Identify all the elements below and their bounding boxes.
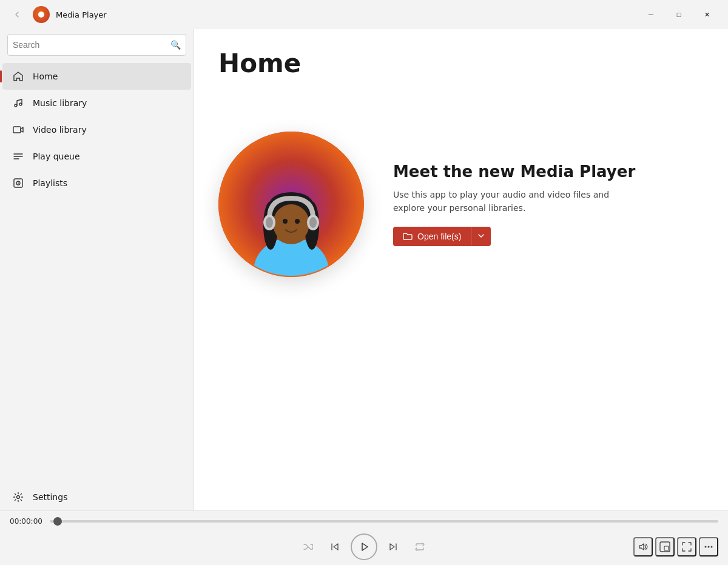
- sidebar-label-playlists: Playlists: [33, 178, 67, 188]
- fullscreen-button[interactable]: [677, 537, 696, 557]
- progress-thumb[interactable]: [53, 517, 62, 526]
- close-button[interactable]: ✕: [693, 5, 721, 24]
- title-bar: Media Player ─ □ ✕: [0, 0, 728, 29]
- svg-point-0: [15, 104, 17, 107]
- svg-point-1: [19, 103, 22, 105]
- current-time: 00:00:00: [10, 517, 42, 526]
- search-box[interactable]: 🔍: [7, 34, 186, 56]
- previous-button[interactable]: [324, 536, 346, 558]
- music-icon: [12, 97, 24, 109]
- volume-button[interactable]: [633, 537, 653, 557]
- svg-point-28: [705, 546, 707, 547]
- svg-point-20: [283, 219, 288, 224]
- progress-row: 00:00:00: [10, 511, 718, 528]
- svg-point-19: [273, 204, 309, 243]
- home-icon: [12, 70, 24, 82]
- hero-description: Use this app to play your audio and vide…: [393, 188, 624, 215]
- svg-point-8: [18, 182, 19, 184]
- window-controls: ─ □ ✕: [637, 5, 721, 24]
- sidebar-item-home[interactable]: Home: [2, 63, 191, 90]
- search-icon: 🔍: [170, 40, 181, 50]
- progress-track[interactable]: [50, 520, 718, 523]
- sidebar-item-video-library[interactable]: Video library: [2, 116, 191, 143]
- svg-point-21: [295, 219, 300, 224]
- sidebar-label-music-library: Music library: [33, 98, 87, 108]
- sidebar-item-playlists[interactable]: Playlists: [2, 170, 191, 196]
- chevron-down-icon: [477, 232, 485, 239]
- hero-section: Meet the new Media Player Use this app t…: [218, 132, 704, 277]
- right-controls: [633, 537, 718, 557]
- player-bar: 00:00:00: [0, 510, 728, 565]
- content-area: Home: [194, 29, 728, 510]
- open-files-dropdown[interactable]: [471, 227, 491, 246]
- search-input[interactable]: [13, 40, 170, 50]
- page-title: Home: [218, 48, 704, 78]
- shuffle-button[interactable]: [297, 536, 319, 558]
- sidebar: 🔍 Home Music library: [0, 29, 194, 510]
- queue-icon: [12, 150, 24, 162]
- sidebar-item-settings[interactable]: Settings: [2, 484, 191, 510]
- open-files-group: Open file(s): [393, 227, 704, 246]
- sidebar-item-play-queue[interactable]: Play queue: [2, 143, 191, 170]
- title-bar-left: Media Player: [7, 5, 107, 24]
- svg-rect-27: [664, 546, 669, 550]
- hero-illustration: [218, 132, 364, 277]
- sidebar-label-video-library: Video library: [33, 125, 87, 135]
- play-button[interactable]: [351, 533, 377, 560]
- svg-point-9: [17, 496, 20, 499]
- sidebar-item-music-library[interactable]: Music library: [2, 90, 191, 116]
- svg-point-30: [711, 546, 713, 547]
- app-icon: [33, 6, 50, 23]
- app-title: Media Player: [56, 10, 107, 19]
- repeat-button[interactable]: [409, 536, 431, 558]
- controls-row: [10, 528, 718, 565]
- svg-point-24: [266, 217, 273, 228]
- svg-rect-2: [13, 127, 21, 133]
- video-icon: [12, 124, 24, 136]
- hero-title: Meet the new Media Player: [393, 162, 704, 181]
- mini-player-button[interactable]: [655, 537, 675, 557]
- more-options-button[interactable]: [699, 537, 718, 557]
- sidebar-label-play-queue: Play queue: [33, 152, 80, 161]
- open-files-button[interactable]: Open file(s): [393, 227, 471, 246]
- next-button[interactable]: [382, 536, 404, 558]
- folder-icon: [403, 232, 413, 241]
- maximize-button[interactable]: □: [665, 5, 693, 24]
- playlist-icon: [12, 177, 24, 189]
- main-layout: 🔍 Home Music library: [0, 29, 728, 510]
- sidebar-label-home: Home: [33, 72, 58, 81]
- svg-point-25: [309, 217, 317, 228]
- hero-text: Meet the new Media Player Use this app t…: [393, 162, 704, 247]
- minimize-button[interactable]: ─: [637, 5, 665, 24]
- sidebar-label-settings: Settings: [33, 492, 67, 502]
- svg-point-29: [708, 546, 710, 547]
- settings-icon: [12, 491, 24, 503]
- back-button[interactable]: [7, 5, 27, 24]
